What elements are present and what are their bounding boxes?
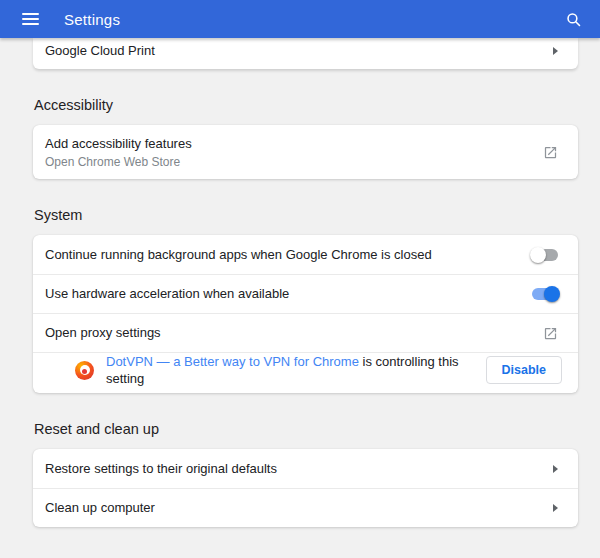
row-restore-settings[interactable]: Restore settings to their original defau…: [33, 449, 578, 488]
page-title: Settings: [64, 11, 120, 28]
row-subtitle: Open Chrome Web Store: [45, 155, 192, 169]
row-clean-up-computer[interactable]: Clean up computer: [33, 488, 578, 527]
external-link-icon: [543, 145, 558, 160]
row-open-proxy-settings[interactable]: Open proxy settings: [33, 313, 578, 352]
row-label: Clean up computer: [45, 500, 155, 516]
accessibility-card: Add accessibility features Open Chrome W…: [33, 125, 578, 179]
row-label: Google Cloud Print: [45, 43, 155, 59]
extension-name-link[interactable]: DotVPN — a Better way to VPN for Chrome: [106, 354, 359, 369]
dotvpn-extension-icon: [75, 361, 94, 380]
chevron-right-icon: [553, 47, 558, 55]
settings-header: Settings: [0, 0, 600, 38]
background-apps-toggle[interactable]: [532, 249, 558, 261]
external-link-icon: [543, 326, 558, 341]
row-label: Restore settings to their original defau…: [45, 461, 277, 477]
row-add-accessibility-features[interactable]: Add accessibility features Open Chrome W…: [33, 125, 578, 179]
reset-card: Restore settings to their original defau…: [33, 449, 578, 527]
section-heading-accessibility: Accessibility: [34, 95, 600, 115]
hardware-acceleration-toggle[interactable]: [532, 288, 558, 300]
section-heading-system: System: [34, 205, 600, 225]
toggle-thumb: [544, 286, 560, 302]
chevron-right-icon: [553, 465, 558, 473]
row-text: Add accessibility features Open Chrome W…: [45, 136, 192, 169]
row-hardware-acceleration[interactable]: Use hardware acceleration when available: [33, 274, 578, 313]
row-title: Add accessibility features: [45, 136, 192, 152]
system-card: Continue running background apps when Go…: [33, 235, 578, 393]
row-google-cloud-print[interactable]: Google Cloud Print: [33, 38, 578, 69]
row-label: Continue running background apps when Go…: [45, 247, 432, 263]
row-label: Use hardware acceleration when available: [45, 286, 289, 302]
disable-extension-button[interactable]: Disable: [486, 356, 562, 384]
settings-content: Google Cloud Print Accessibility Add acc…: [0, 38, 600, 527]
menu-icon[interactable]: [22, 13, 39, 25]
search-icon[interactable]: [565, 11, 582, 28]
row-background-apps[interactable]: Continue running background apps when Go…: [33, 235, 578, 274]
extension-status-text: DotVPN — a Better way to VPN for Chrome …: [106, 353, 486, 387]
chevron-right-icon: [553, 504, 558, 512]
advanced-card-partial: Google Cloud Print: [33, 38, 578, 69]
section-heading-reset: Reset and clean up: [34, 419, 600, 439]
row-extension-controlled: DotVPN — a Better way to VPN for Chrome …: [33, 352, 578, 393]
row-label: Open proxy settings: [45, 325, 161, 341]
toggle-thumb: [530, 247, 546, 263]
